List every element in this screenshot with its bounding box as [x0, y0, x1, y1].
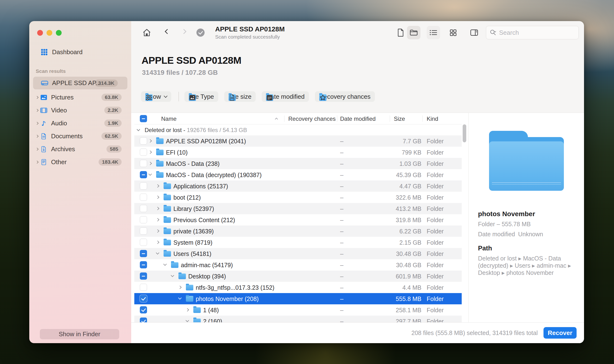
disclosure-chevron-icon[interactable] [178, 296, 182, 299]
row-name: Applications (25137) [173, 183, 228, 190]
row-checkbox[interactable] [140, 227, 147, 234]
row-size: 4.47 GB [399, 183, 422, 190]
minimize-button[interactable] [47, 30, 52, 36]
chevron-right-icon[interactable] [36, 96, 39, 99]
column-header-recovery[interactable]: Recovery chances [288, 116, 336, 122]
disclosure-chevron-icon[interactable] [149, 151, 152, 154]
column-header-size[interactable]: Size [394, 116, 405, 122]
filter-button-file-size[interactable]: File size [224, 91, 256, 102]
table-row[interactable]: EFI (10) – 799 KB Folder [134, 147, 462, 158]
recover-button[interactable]: Recover [544, 327, 577, 338]
table-row[interactable]: boot (212) – 322.6 MB Folder [134, 192, 462, 203]
filter-button-recovery-chances[interactable]: Recovery chances [315, 91, 375, 102]
table-row[interactable]: photos November (208) – 555.8 MB Folder [134, 293, 462, 304]
disclosure-chevron-icon[interactable] [149, 172, 152, 176]
close-button[interactable] [37, 30, 43, 36]
disclosure-chevron-icon[interactable] [171, 274, 174, 277]
search-field[interactable] [486, 26, 579, 39]
folder-view-icon[interactable] [407, 26, 421, 39]
table-header[interactable]: Name Recovery chances Date modified Size… [134, 113, 462, 124]
sidebar-item-dashboard[interactable]: Dashboard [41, 48, 82, 56]
content-body: Name Recovery chances Date modified Size… [131, 113, 584, 322]
row-checkbox[interactable] [140, 273, 147, 280]
row-checkbox[interactable] [140, 261, 147, 268]
grid-view-icon[interactable] [446, 26, 460, 39]
select-all-checkbox[interactable] [140, 115, 147, 122]
disclosure-chevron-icon[interactable] [186, 308, 189, 312]
row-checkbox[interactable] [140, 205, 147, 212]
sidebar-item-other[interactable]: Other 183.4K [29, 156, 131, 169]
row-checkbox[interactable] [140, 149, 147, 156]
list-view-icon[interactable] [427, 26, 440, 39]
table-row[interactable]: APPLE SSD AP0128M (2041) – 7.7 GB Folder [134, 135, 462, 147]
table-row[interactable]: ntfs-3g_ntfsp...017.3.23 (152) – 4.4 MB … [134, 282, 462, 293]
disclosure-chevron-icon[interactable] [156, 241, 159, 244]
chevron-right-icon[interactable] [36, 109, 39, 112]
row-checkbox[interactable] [140, 137, 147, 144]
disclosure-chevron-icon[interactable] [156, 229, 159, 233]
forward-icon[interactable] [181, 29, 186, 34]
panel-view-icon[interactable] [467, 26, 481, 39]
chevron-right-icon[interactable] [36, 122, 39, 125]
disclosure-chevron-icon[interactable] [156, 218, 159, 221]
row-checkbox[interactable] [140, 284, 147, 291]
search-input[interactable] [499, 29, 571, 36]
table-row[interactable]: 1 (48) – 258.1 MB Folder [134, 304, 462, 316]
table-row[interactable]: MacOS - Data (238) – 1.03 GB Folder [134, 158, 462, 169]
chevron-right-icon[interactable] [36, 148, 39, 151]
table-row[interactable]: Users (54181) – 30.48 GB Folder [134, 248, 462, 259]
disclosure-chevron-icon[interactable] [156, 195, 159, 199]
row-checkbox[interactable] [140, 160, 147, 167]
filter-button-date-modified[interactable]: Date modified [262, 91, 309, 102]
table-row[interactable]: Previous Content (212) – 319.8 MB Folder [134, 214, 462, 225]
row-checkbox[interactable] [140, 306, 147, 313]
row-checkbox[interactable] [140, 171, 147, 178]
section-row-deleted-or-lost[interactable]: Deleted or lost - 192676 files / 54.13 G… [134, 124, 462, 135]
row-checkbox[interactable] [140, 182, 147, 190]
zoom-button[interactable] [56, 30, 62, 36]
row-checkbox[interactable] [140, 194, 147, 201]
table-row[interactable]: 2 (160) – 297.7 MB Folder [134, 316, 462, 322]
home-icon[interactable] [142, 27, 151, 38]
row-name: MacOS - Data (decrypted) (190387) [166, 172, 262, 179]
disclosure-chevron-icon[interactable] [186, 319, 189, 322]
sidebar-item-video[interactable]: Video 2.2K [29, 104, 131, 117]
table-row[interactable]: admin-mac (54179) – 30.48 GB Folder [134, 259, 462, 271]
show-filter-button[interactable]: Show [141, 91, 171, 102]
row-checkbox[interactable] [140, 295, 147, 302]
document-view-icon[interactable] [394, 26, 408, 39]
sidebar-item-pictures[interactable]: Pictures 63.8K [29, 91, 131, 104]
show-in-finder-button[interactable]: Show in Finder [40, 329, 119, 339]
column-header-name[interactable]: Name [161, 116, 177, 122]
disclosure-chevron-icon[interactable] [156, 251, 159, 255]
table-row[interactable]: private (13639) – 6.22 GB Folder [134, 225, 462, 237]
chevron-right-icon[interactable] [36, 135, 39, 138]
row-checkbox[interactable] [140, 250, 147, 257]
disclosure-chevron-icon[interactable] [178, 286, 182, 289]
chevron-right-icon[interactable] [36, 161, 39, 164]
section-chevron-down-icon[interactable] [137, 128, 140, 131]
row-checkbox[interactable] [140, 239, 147, 246]
column-header-date[interactable]: Date modified [340, 116, 376, 122]
disclosure-chevron-icon[interactable] [156, 207, 159, 210]
column-header-kind[interactable]: Kind [427, 116, 438, 122]
sidebar-item-selected-drive[interactable]: APPLE SSD AP... 314.3K [33, 77, 127, 89]
scrollbar-thumb[interactable] [463, 124, 466, 142]
back-icon[interactable] [165, 29, 170, 34]
disclosure-chevron-icon[interactable] [149, 139, 152, 143]
disclosure-chevron-icon[interactable] [156, 184, 159, 188]
filter-button-file-type[interactable]: File Type [184, 91, 218, 102]
table-row[interactable]: MacOS - Data (decrypted) (190387) – 45.3… [134, 169, 462, 181]
sidebar-item-archives[interactable]: Archives 585 [29, 143, 131, 156]
disclosure-chevron-icon[interactable] [149, 162, 152, 165]
table-row[interactable]: Desktop (394) – 601.9 MB Folder [134, 271, 462, 282]
table-row[interactable]: System (8719) – 2.15 GB Folder [134, 237, 462, 248]
table-row[interactable]: Applications (25137) – 4.47 GB Folder [134, 181, 462, 192]
sidebar-item-audio[interactable]: Audio 1.9K [29, 117, 131, 130]
sidebar-item-documents[interactable]: Documents 62.5K [29, 130, 131, 143]
row-checkbox[interactable] [140, 317, 147, 322]
row-checkbox[interactable] [140, 216, 147, 223]
table-row[interactable]: Library (52397) – 413.2 MB Folder [134, 203, 462, 214]
disclosure-chevron-icon[interactable] [163, 262, 167, 266]
folder-icon [156, 150, 164, 155]
